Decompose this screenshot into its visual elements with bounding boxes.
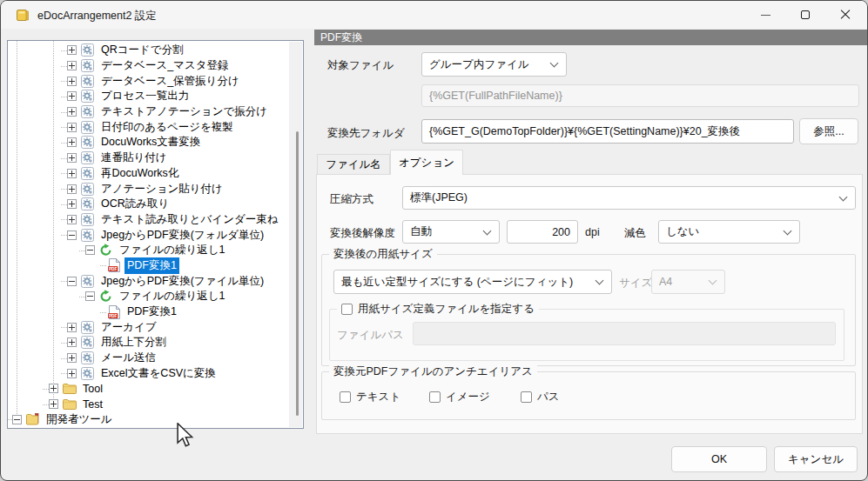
folder-icon [62,382,77,396]
maximize-button[interactable] [785,1,825,29]
tree-item[interactable]: プロセス一覧出力 [8,89,289,104]
loop-icon [98,244,113,257]
antialias-path-label: パス [537,390,560,404]
window-title: eDocArrangement2 設定 [37,9,157,23]
paper-size-label: サイズ [619,276,652,291]
tree-expander-plus-icon[interactable] [67,323,77,332]
reduce-color-label: 減色 [624,226,646,241]
tab-options[interactable]: オプション [390,150,463,175]
minimize-button[interactable] [745,1,785,29]
tree-expander-plus-icon[interactable] [67,153,77,163]
tree-expander-plus-icon[interactable] [67,137,77,147]
dpi-value: 200 [552,226,570,238]
gear-icon [80,105,95,119]
paper-def-checkbox-label: 用紙サイズ定義ファイルを指定する [358,302,535,317]
tree-expander-plus-icon[interactable] [67,353,77,363]
target-file-select[interactable]: グループ内ファイル [421,52,567,77]
tree-expander-plus-icon[interactable] [67,123,77,132]
tree-item[interactable]: JpegからPDF変換(ファイル単位) [8,273,289,289]
tree-item[interactable]: ファイルの繰り返し1 [8,243,289,258]
antialias-path-option[interactable]: パス [521,390,560,404]
tree-expander-minus-icon[interactable] [85,291,95,301]
tree-item[interactable]: 連番貼り付け [8,150,289,166]
cancel-button[interactable]: キャンセル [774,446,858,472]
tree-item[interactable]: 日付印のあるページを複製 [8,119,289,135]
settings-tree: QRコードで分割データベース_マスタ登録データベース_保管振り分けプロセス一覧出… [7,40,304,429]
tree-items: QRコードで分割データベース_マスタ登録データベース_保管振り分けプロセス一覧出… [8,43,289,427]
antialias-image-checkbox[interactable] [429,391,441,403]
options-tabpage: 圧縮方式 標準(JPEG) 変換後解像度 自動 200 dpi 減色 しない 変… [316,174,863,434]
tree-expander-plus-icon[interactable] [67,215,77,224]
tree-item[interactable]: テキストアノテーションで振分け [8,104,289,120]
tree-item[interactable]: テキスト読み取りとバインダー束ね [8,212,289,228]
tree-item-label: ファイルの繰り返し1 [117,242,228,258]
paper-fit-select[interactable]: 最も近い定型サイズにする (ページにフィット) [333,270,612,294]
tree-item[interactable]: 用紙上下分割 [8,335,289,351]
tree-expander-plus-icon[interactable] [67,184,77,194]
close-icon [840,10,851,20]
gear-icon [80,366,95,380]
tree-item[interactable]: Test [8,397,289,412]
target-file-value: グループ内ファイル [429,57,529,72]
tree-item[interactable]: PDFPDF変換1 [8,258,289,274]
antialias-group-title: 変換元PDFファイルのアンチエイリアス [329,364,537,379]
ok-button[interactable]: OK [671,446,767,472]
resolution-select[interactable]: 自動 [402,220,500,244]
antialias-image-option[interactable]: イメージ [429,390,490,404]
tree-item-label: QRコードで分割 [98,42,186,58]
tree-item[interactable]: QRコードで分割 [8,43,289,58]
antialias-text-option[interactable]: テキスト [340,390,400,404]
tree-expander-minus-icon[interactable] [85,245,95,255]
tree-item[interactable]: 再DocuWorks化 [8,166,289,182]
gear-icon [80,74,95,88]
dpi-label: dpi [585,226,600,238]
tree-item[interactable]: JpegからPDF変換(フォルダ単位) [8,227,289,243]
tree-expander-minus-icon[interactable] [67,230,77,240]
tree-item[interactable]: メール送信 [8,351,289,366]
tree-expander-plus-icon[interactable] [67,45,77,55]
tree-item[interactable]: PDFPDF変換1 [8,304,289,320]
tree-scrollbar[interactable] [289,42,302,427]
tree-expander-plus-icon[interactable] [67,107,77,117]
tree-expander-plus-icon[interactable] [67,169,77,178]
gear-icon [80,320,95,334]
tree-expander-plus-icon[interactable] [67,369,77,378]
tree-item[interactable]: アーカイブ [8,319,289,335]
tree-item[interactable]: ファイルの繰り返し1 [8,289,289,304]
svg-text:PDF: PDF [108,313,117,317]
tree-expander-minus-icon[interactable] [12,415,22,424]
tree-expander-plus-icon[interactable] [67,337,77,347]
tree-expander-minus-icon[interactable] [67,277,77,286]
tree-expander-plus-icon[interactable] [67,61,77,70]
dpi-input[interactable]: 200 [507,220,578,244]
tree-expander-plus-icon[interactable] [67,199,77,209]
close-button[interactable] [825,1,865,29]
compression-select[interactable]: 標準(JPEG) [402,186,856,210]
tree-item[interactable]: Tool [8,381,289,397]
tree-item[interactable]: データベース_マスタ登録 [8,58,289,74]
antialias-text-checkbox[interactable] [340,391,351,403]
antialias-path-checkbox[interactable] [521,391,532,403]
tree-item[interactable]: OCR読み取り [8,197,289,212]
tree-item[interactable]: DocuWorks文書変換 [8,135,289,150]
tree-expander-plus-icon[interactable] [67,77,77,86]
gear-icon [80,212,95,226]
gear-icon [80,151,95,165]
tree-expander-plus-icon[interactable] [67,91,77,101]
reduce-color-select[interactable]: しない [658,220,800,244]
tree-item[interactable]: Excel文書をCSVに変換 [8,365,289,381]
tree-expander-plus-icon[interactable] [49,399,58,409]
dest-folder-input[interactable]: {%GET_G(DemoTopFolder)}¥{%GET(SettingNam… [421,119,794,144]
tree-item-label: メール送信 [98,350,158,366]
tree-item[interactable]: アノテーション貼り付け [8,181,289,197]
browse-button[interactable]: 参照... [799,118,858,144]
tab-filename[interactable]: ファイル名 [317,154,390,174]
tree-item[interactable]: 開発者ツール [8,412,289,428]
tree-item-label: Test [80,397,105,411]
paper-def-checkbox[interactable] [341,304,353,315]
minimize-icon [761,15,770,16]
tree-scrollbar-thumb[interactable] [296,131,299,416]
tree-expander-plus-icon[interactable] [49,384,58,393]
tree-item[interactable]: データベース_保管振り分け [8,73,289,89]
paper-size-select: A4 [651,270,725,294]
